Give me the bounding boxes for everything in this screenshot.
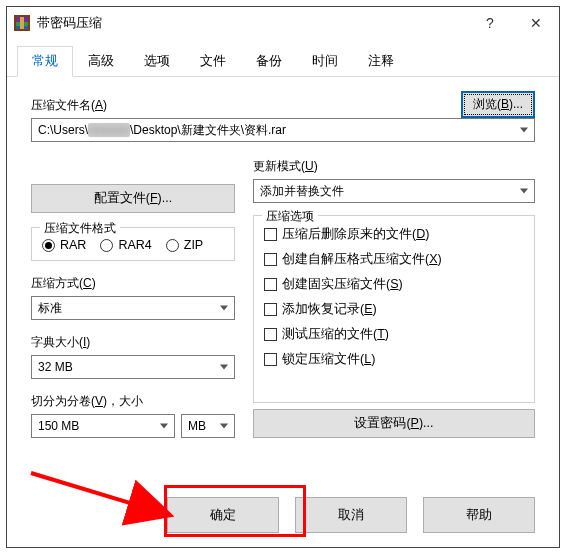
split-label: 切分为分卷(V)，大小 [31, 393, 235, 410]
help-button[interactable]: ? [467, 8, 513, 38]
split-size-select[interactable]: 150 MB [31, 414, 175, 438]
format-legend: 压缩文件格式 [40, 220, 120, 237]
update-mode-select[interactable]: 添加并替换文件 [253, 179, 535, 203]
tab-options[interactable]: 选项 [129, 46, 185, 77]
window-title: 带密码压缩 [37, 14, 102, 32]
tab-general[interactable]: 常规 [17, 46, 73, 77]
compression-select[interactable]: 标准 [31, 296, 235, 320]
titlebar: 带密码压缩 ? ✕ [7, 7, 559, 39]
radio-zip[interactable]: ZIP [166, 238, 203, 252]
profiles-button[interactable]: 配置文件(F)... [31, 184, 235, 213]
close-button[interactable]: ✕ [513, 8, 559, 38]
split-unit-select[interactable]: MB [181, 414, 235, 438]
options-legend: 压缩选项 [262, 208, 318, 225]
svg-rect-4 [20, 17, 24, 29]
check-delete-after[interactable]: 压缩后删除原来的文件(D) [264, 226, 524, 243]
dictionary-label: 字典大小(I) [31, 334, 235, 351]
dictionary-select[interactable]: 32 MB [31, 355, 235, 379]
cancel-button[interactable]: 取消 [295, 497, 407, 533]
update-mode-label: 更新模式(U) [253, 158, 535, 175]
tab-files[interactable]: 文件 [185, 46, 241, 77]
archive-name-label: 压缩文件名(A) [31, 97, 107, 114]
tab-time[interactable]: 时间 [297, 46, 353, 77]
check-lock[interactable]: 锁定压缩文件(L) [264, 351, 524, 368]
options-group: 压缩选项 压缩后删除原来的文件(D) 创建自解压格式压缩文件(X) 创建固实压缩… [253, 215, 535, 403]
help-button-footer[interactable]: 帮助 [423, 497, 535, 533]
compression-label: 压缩方式(C) [31, 275, 235, 292]
ok-button[interactable]: 确定 [167, 497, 279, 533]
format-group: 压缩文件格式 RAR RAR4 ZIP [31, 227, 235, 261]
check-test[interactable]: 测试压缩的文件(T) [264, 326, 524, 343]
check-recovery[interactable]: 添加恢复记录(E) [264, 301, 524, 318]
check-sfx[interactable]: 创建自解压格式压缩文件(X) [264, 251, 524, 268]
check-solid[interactable]: 创建固实压缩文件(S) [264, 276, 524, 293]
browse-button[interactable]: 浏览(B)... [461, 91, 535, 118]
tab-bar: 常规 高级 选项 文件 备份 时间 注释 [7, 39, 559, 77]
tab-advanced[interactable]: 高级 [73, 46, 129, 77]
archive-name-input[interactable]: C:\Users\xxxxxxx\Desktop\新建文件夹\资料.rar [31, 118, 535, 142]
radio-rar4[interactable]: RAR4 [100, 238, 151, 252]
app-icon [13, 14, 31, 32]
tab-comment[interactable]: 注释 [353, 46, 409, 77]
radio-rar[interactable]: RAR [42, 238, 86, 252]
set-password-button[interactable]: 设置密码(P)... [253, 409, 535, 438]
tab-backup[interactable]: 备份 [241, 46, 297, 77]
